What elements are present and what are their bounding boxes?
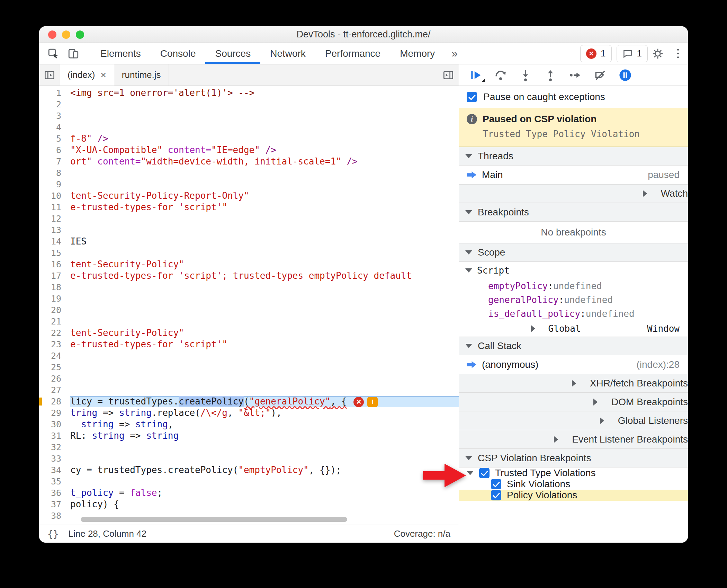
pause-on-caught-checkbox[interactable] <box>467 92 477 102</box>
issues-badge[interactable]: 1 <box>617 45 648 62</box>
tab-elements[interactable]: Elements <box>91 43 151 64</box>
pause-on-caught-row[interactable]: Pause on caught exceptions <box>459 86 688 108</box>
csp-item-trusted-type-violations[interactable]: Trusted Type Violations <box>459 467 688 479</box>
line-number[interactable]: 23 <box>39 339 70 350</box>
line-number[interactable]: 15 <box>39 247 70 259</box>
line-number[interactable]: 11 <box>39 202 70 213</box>
tab-memory[interactable]: Memory <box>390 43 445 64</box>
checkbox-sink-violations[interactable] <box>491 479 501 489</box>
scope-var-emptyPolicy[interactable]: emptyPolicy: undefined <box>459 279 688 293</box>
checkbox-policy-violations[interactable] <box>491 490 501 500</box>
line-number[interactable]: 4 <box>39 122 70 133</box>
line-number[interactable]: 35 <box>39 476 70 487</box>
chevron-down-icon[interactable] <box>467 471 474 475</box>
open-preview-pane-icon[interactable] <box>438 64 459 86</box>
line-number[interactable]: 26 <box>39 373 70 384</box>
line-number[interactable]: 29 <box>39 407 70 419</box>
more-panels-button[interactable]: » <box>445 43 465 64</box>
checkbox-trusted-type-violations[interactable] <box>479 468 490 478</box>
line-number[interactable]: 16 <box>39 259 70 270</box>
warning-icon[interactable]: ! <box>367 397 378 407</box>
line-number[interactable]: 38 <box>39 510 70 522</box>
line-number[interactable]: 1 <box>39 87 70 99</box>
step-over-icon[interactable] <box>490 67 512 83</box>
line-number[interactable]: 13 <box>39 224 70 236</box>
line-number[interactable]: 10 <box>39 190 70 202</box>
line-content <box>70 304 459 316</box>
file-tab-runtime.js[interactable]: runtime.js <box>114 64 169 86</box>
line-number[interactable]: 14 <box>39 236 70 247</box>
line-number[interactable]: 34 <box>39 464 70 476</box>
step-into-icon[interactable] <box>514 67 537 83</box>
line-number[interactable]: 37 <box>39 499 70 510</box>
line-number[interactable]: 18 <box>39 282 70 293</box>
line-number[interactable]: 3 <box>39 110 70 122</box>
error-icon[interactable]: ✕ <box>353 397 364 407</box>
line-number[interactable]: 36 <box>39 487 70 499</box>
section-header-threads[interactable]: Threads <box>459 147 688 166</box>
settings-gear-icon[interactable] <box>648 43 668 64</box>
pretty-print-icon[interactable]: {} <box>47 528 59 539</box>
section-header-xhr-breakpoints[interactable]: XHR/fetch Breakpoints <box>459 374 688 393</box>
line-number[interactable]: 6 <box>39 144 70 156</box>
close-window-button[interactable] <box>48 30 56 39</box>
section-header-global-listeners[interactable]: Global Listeners <box>459 411 688 430</box>
error-count-badge[interactable]: ✕ 1 <box>580 45 611 62</box>
code-token: ort" <box>70 156 92 167</box>
file-tab-index[interactable]: (index)× <box>60 64 114 86</box>
device-toolbar-icon[interactable] <box>63 43 83 64</box>
resume-script-icon[interactable] <box>465 67 487 83</box>
line-number[interactable]: 17 <box>39 270 70 282</box>
section-header-call-stack[interactable]: Call Stack <box>459 337 688 355</box>
tab-sources[interactable]: Sources <box>205 43 260 64</box>
scope-var-generalPolicy[interactable]: generalPolicy: undefined <box>459 293 688 307</box>
tab-network[interactable]: Network <box>260 43 315 64</box>
thread-main-row[interactable]: Main paused <box>459 166 688 184</box>
line-number[interactable]: 25 <box>39 362 70 373</box>
line-number[interactable]: 19 <box>39 293 70 304</box>
csp-item-sink-violations[interactable]: Sink Violations <box>459 479 688 490</box>
line-number[interactable]: 32 <box>39 442 70 453</box>
kebab-menu-icon[interactable] <box>668 43 688 64</box>
section-header-event-listener-breakpoints[interactable]: Event Listener Breakpoints <box>459 430 688 449</box>
toggle-navigator-icon[interactable] <box>39 64 60 86</box>
line-number[interactable]: 7 <box>39 156 70 167</box>
code-token: /> <box>260 145 276 155</box>
horizontal-scrollbar[interactable] <box>81 517 347 522</box>
inspect-element-icon[interactable] <box>43 43 63 64</box>
section-header-breakpoints[interactable]: Breakpoints <box>459 203 688 222</box>
fullscreen-window-button[interactable] <box>76 30 84 39</box>
step-out-icon[interactable] <box>539 67 562 83</box>
scope-script-row[interactable]: Script <box>459 262 688 279</box>
line-number[interactable]: 20 <box>39 304 70 316</box>
tab-performance[interactable]: Performance <box>315 43 390 64</box>
pause-on-exceptions-icon[interactable] <box>614 67 636 83</box>
csp-item-policy-violations[interactable]: Policy Violations <box>459 490 688 501</box>
line-number[interactable]: 2 <box>39 99 70 110</box>
line-number[interactable]: 31 <box>39 430 70 442</box>
line-number[interactable]: 22 <box>39 327 70 339</box>
call-stack-frame[interactable]: (anonymous) (index):28 <box>459 355 688 374</box>
section-header-watch[interactable]: Watch <box>459 184 688 203</box>
close-tab-icon[interactable]: × <box>100 70 106 80</box>
line-number[interactable]: 24 <box>39 350 70 362</box>
tab-console[interactable]: Console <box>151 43 206 64</box>
section-header-scope[interactable]: Scope <box>459 243 688 262</box>
line-number[interactable]: 21 <box>39 316 70 327</box>
step-icon[interactable] <box>564 67 586 83</box>
line-number[interactable]: 30 <box>39 419 70 430</box>
scope-global-row[interactable]: Global Window <box>459 321 688 337</box>
line-number[interactable]: 27 <box>39 384 70 396</box>
code-editor[interactable]: 1<img src=1 onerror='alert(1)'> -->2345f… <box>39 86 459 525</box>
scope-var-is_default_policy[interactable]: is_default_policy: undefined <box>459 307 688 321</box>
deactivate-breakpoints-icon[interactable] <box>589 67 611 83</box>
line-number[interactable]: 5 <box>39 133 70 144</box>
section-header-csp-violation-breakpoints[interactable]: CSP Violation Breakpoints <box>459 449 688 467</box>
line-number[interactable]: 8 <box>39 167 70 179</box>
line-number[interactable]: 28 <box>39 396 70 407</box>
minimize-window-button[interactable] <box>62 30 70 39</box>
line-number[interactable]: 12 <box>39 213 70 224</box>
line-number[interactable]: 9 <box>39 179 70 190</box>
section-header-dom-breakpoints[interactable]: DOM Breakpoints <box>459 393 688 411</box>
line-number[interactable]: 33 <box>39 453 70 464</box>
